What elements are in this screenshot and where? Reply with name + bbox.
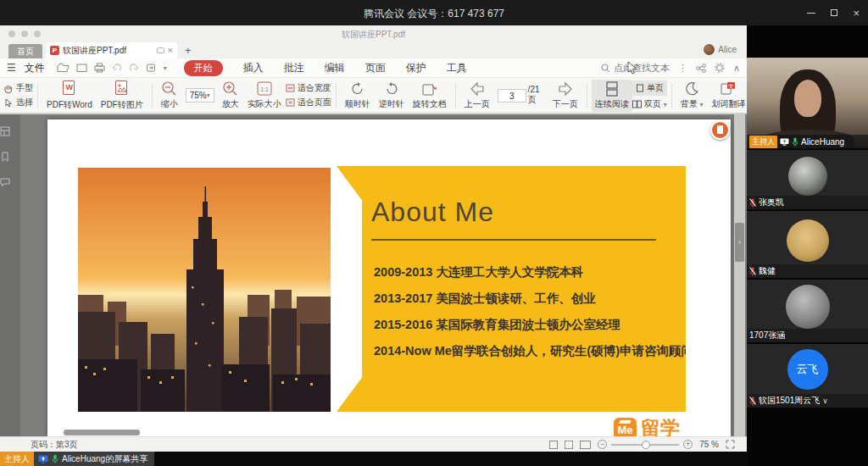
zoom-slider-plus-icon[interactable]: +: [683, 440, 693, 449]
participant-tile[interactable]: 魏健: [747, 211, 868, 278]
participant-tile[interactable]: 张奥凯: [747, 150, 868, 209]
export-icon[interactable]: [146, 63, 157, 73]
page-total-label: /21页: [528, 85, 545, 106]
zoom-level-value: 75%: [190, 91, 207, 100]
next-page-button[interactable]: 下一页: [548, 81, 582, 110]
double-page-caret-icon: ▾: [664, 101, 667, 108]
restore-icon[interactable]: [831, 9, 837, 16]
new-tab-button[interactable]: +: [185, 44, 192, 57]
participant-tile[interactable]: 1707张涵: [747, 280, 868, 342]
prev-page-button[interactable]: 上一页: [460, 81, 494, 110]
meeting-bottombar: 主持人 AliceHuang的屏幕共享: [0, 452, 868, 466]
open-folder-icon[interactable]: [57, 63, 70, 73]
gear-icon[interactable]: [715, 63, 725, 73]
minimize-icon[interactable]: [807, 13, 815, 14]
hand-tool-button[interactable]: 手型: [3, 82, 33, 94]
menu-tools[interactable]: 工具: [447, 61, 467, 75]
translate-button[interactable]: 文 划词翻译: [707, 81, 749, 110]
hand-tool-label: 手型: [16, 82, 33, 94]
pdf-to-image-button[interactable]: PDF转图片: [97, 80, 147, 111]
pdf-reader-window: 软国讲座PPT.pdf 首页 P 软国讲座PPT.pdf × + Alice ☰…: [0, 25, 747, 452]
rotate-cw-button[interactable]: 顺时针: [341, 81, 375, 110]
zoom-slider[interactable]: − +: [598, 440, 693, 449]
account-area[interactable]: Alice: [704, 44, 737, 55]
single-page-button[interactable]: 单页: [632, 80, 667, 96]
view-mode-double-icon[interactable]: [580, 441, 591, 449]
next-page-icon: [557, 81, 574, 97]
new-folder-icon[interactable]: [76, 63, 87, 73]
horizontal-scrollbar-thumb[interactable]: [64, 430, 140, 435]
menu-edit[interactable]: 编辑: [325, 61, 345, 75]
menu-page[interactable]: 页面: [365, 61, 386, 75]
close-icon[interactable]: ×: [853, 8, 860, 19]
menu-start[interactable]: 开始: [184, 60, 223, 76]
vertical-scrollbar[interactable]: ›: [734, 114, 745, 436]
rotate-doc-button[interactable]: 旋转文档: [409, 81, 451, 110]
thumbnails-panel-icon[interactable]: [0, 126, 10, 136]
avatar: 云飞: [787, 349, 828, 390]
menu-insert[interactable]: 插入: [243, 61, 264, 75]
collapse-ribbon-icon[interactable]: ∧: [733, 63, 740, 74]
zoom-in-label: 放大: [222, 98, 239, 110]
export-caret-icon[interactable]: ▾: [164, 64, 167, 72]
zoom-slider-minus-icon[interactable]: −: [598, 440, 607, 449]
slide-title-underline: [371, 239, 656, 241]
account-name: Alice: [718, 45, 737, 54]
zoom-level-select[interactable]: 75% ▾: [186, 88, 214, 103]
fit-width-button[interactable]: 适合宽度: [286, 82, 331, 94]
actual-size-icon: 1:1: [256, 80, 273, 97]
mic-muted-icon: [749, 267, 756, 276]
participant-tile[interactable]: 云飞 软国1501周云飞 ∨: [747, 344, 868, 408]
redo-icon[interactable]: [129, 63, 139, 73]
zoom-slider-track[interactable]: [611, 444, 679, 446]
bookmark-panel-icon[interactable]: [0, 152, 10, 162]
statusbar-zoom-percent: 75 %: [699, 440, 719, 449]
statusbar-fullscreen-icon[interactable]: [726, 440, 735, 449]
participant-tile-host[interactable]: 主持人 AliceHuang: [747, 58, 868, 148]
vertical-scrollbar-thumb[interactable]: ›: [735, 223, 744, 262]
tab-document[interactable]: P 软国讲座PPT.pdf ×: [46, 42, 177, 58]
continuous-read-button[interactable]: 连续阅读: [592, 80, 632, 112]
search-placeholder: 点此查找文本: [614, 62, 670, 75]
zoom-out-button[interactable]: 缩小: [157, 80, 182, 110]
menu-comment[interactable]: 批注: [284, 61, 304, 75]
page-number-input[interactable]: 3: [498, 89, 526, 103]
share-banner-text: AliceHuang的屏幕共享: [62, 453, 147, 465]
select-tool-button[interactable]: 选择: [3, 97, 33, 108]
actual-size-button[interactable]: 1:1 实际大小: [243, 80, 286, 110]
printer-icon[interactable]: [94, 63, 105, 73]
hamburger-icon[interactable]: ☰: [7, 62, 16, 74]
participant-name: 1707张涵: [749, 330, 785, 341]
screen-share-icon: [38, 455, 48, 463]
translate-icon: 文: [720, 81, 737, 97]
screen-share-banner[interactable]: 主持人 AliceHuang的屏幕共享: [0, 452, 154, 466]
pdf-to-word-label: PDF转Word: [47, 99, 92, 111]
meeting-title: 腾讯会议 会议号：617 473 677: [0, 7, 868, 21]
tab-home[interactable]: 首页: [8, 44, 42, 58]
more-dots-icon[interactable]: ⋮: [678, 63, 687, 74]
rotate-ccw-icon: [384, 81, 399, 97]
zoom-in-icon: [222, 80, 239, 97]
rotate-ccw-button[interactable]: 逆时针: [375, 81, 409, 110]
menu-file[interactable]: 文件: [25, 61, 45, 75]
share-icon[interactable]: [696, 64, 706, 73]
promo-badge-icon[interactable]: [710, 120, 730, 140]
double-page-button[interactable]: 双页 ▾: [632, 98, 667, 110]
fit-page-button[interactable]: 适合页面: [286, 97, 331, 108]
pdf-to-image-icon: [113, 80, 131, 97]
background-button[interactable]: 背景 ▾: [676, 81, 708, 110]
menu-protect[interactable]: 保护: [406, 61, 426, 75]
undo-icon[interactable]: [112, 63, 122, 73]
slide-title: About Me: [371, 197, 494, 228]
pdf-to-word-button[interactable]: W PDF转Word: [42, 80, 97, 111]
left-panel-strip: [0, 114, 20, 436]
chevron-down-icon[interactable]: ∨: [822, 397, 828, 405]
zoom-out-label: 缩小: [161, 98, 178, 110]
zoom-caret-icon: ▾: [207, 92, 210, 99]
view-mode-single-icon[interactable]: [549, 441, 558, 449]
zoom-in-button[interactable]: 放大: [218, 80, 243, 110]
view-mode-continuous-icon[interactable]: [565, 441, 573, 449]
tab-close-icon[interactable]: ×: [168, 46, 173, 55]
zoom-slider-knob[interactable]: [642, 441, 650, 449]
comment-panel-icon[interactable]: [0, 177, 10, 187]
